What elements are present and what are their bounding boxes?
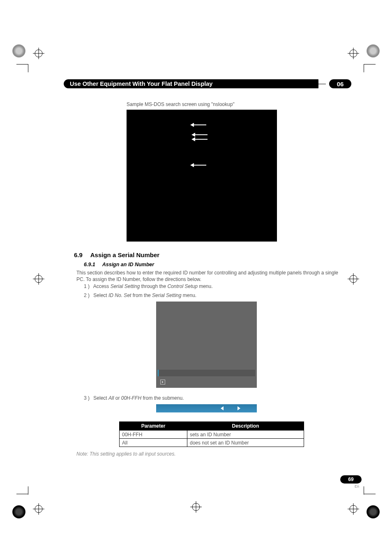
table-row: 00H-FFH sets an ID Number xyxy=(120,431,304,439)
menu-icon xyxy=(160,380,165,385)
section-title: Assign a Serial Number xyxy=(90,251,159,258)
triangle-right-icon xyxy=(238,406,240,410)
step-text: menu. xyxy=(198,283,213,289)
menu-highlight xyxy=(158,370,255,376)
figure-caption: Sample MS-DOS search screen using "nsloo… xyxy=(127,101,347,107)
step-text-italic: Control Setup xyxy=(167,283,197,289)
table-header-parameter: Parameter xyxy=(120,422,187,431)
header-connector xyxy=(318,84,326,84)
page-language: En xyxy=(355,484,359,488)
page-content: Sample MS-DOS search screen using "nsloo… xyxy=(74,101,347,457)
step-number: 3 ) xyxy=(84,395,92,401)
table-cell: 00H-FFH xyxy=(120,431,187,439)
step-text: Access xyxy=(93,283,111,289)
triangle-left-icon xyxy=(221,406,224,410)
step-number: 2 ) xyxy=(84,292,92,298)
step-2: 2 ) Select ID No. Set from the Serial Se… xyxy=(84,292,347,298)
table-row: All does not set an ID Number xyxy=(120,439,304,447)
arrow-indicator xyxy=(190,123,206,127)
step-text-italic: 00H-FFH xyxy=(121,395,141,401)
subsection-number: 6.9.1 xyxy=(84,262,95,267)
section-number: 6.9 xyxy=(74,251,83,258)
arrow-indicator xyxy=(191,133,208,137)
step-text: from the submenu. xyxy=(141,395,184,401)
chapter-header: Use Other Equipment With Your Flat Panel… xyxy=(64,79,351,88)
step-text: from the xyxy=(133,292,152,298)
table-cell: sets an ID Number xyxy=(187,431,304,439)
subsection-title: Assign an ID Number xyxy=(102,262,154,267)
step-3: 3 ) Select All or 00H-FFH from the subme… xyxy=(84,395,347,401)
msdos-screenshot xyxy=(127,110,277,242)
chapter-title: Use Other Equipment With Your Flat Panel… xyxy=(64,79,318,88)
arrow-indicator xyxy=(190,163,206,167)
parameter-table: Parameter Description 00H-FFH sets an ID… xyxy=(119,421,304,447)
step-text-italic: ID No. Set xyxy=(108,292,133,298)
step-text-italic: Serial Setting xyxy=(111,283,140,289)
table-cell: does not set an ID Number xyxy=(187,439,304,447)
step-text-italic: All xyxy=(108,395,114,401)
step-text: menu. xyxy=(181,292,196,298)
arrow-indicator xyxy=(191,137,208,141)
table-header-description: Description xyxy=(187,422,304,431)
chapter-number-badge: 06 xyxy=(329,79,351,88)
step-text: through the xyxy=(140,283,167,289)
note-text: Note: This setting applies to all input … xyxy=(76,451,347,457)
step-text: Select xyxy=(93,395,108,401)
submenu-bar-screenshot xyxy=(156,404,257,412)
step-number: 1 ) xyxy=(84,283,92,289)
table-cell: All xyxy=(120,439,187,447)
step-1: 1 ) Access Serial Setting through the Co… xyxy=(84,283,347,289)
intro-paragraph: This section describes how to enter the … xyxy=(76,269,347,283)
serial-setting-menu-screenshot xyxy=(156,302,257,388)
step-text: Select xyxy=(93,292,108,298)
step-text: or xyxy=(114,395,121,401)
page-number-badge: 69 xyxy=(340,475,362,484)
step-text-italic: Serial Setting xyxy=(152,292,181,298)
